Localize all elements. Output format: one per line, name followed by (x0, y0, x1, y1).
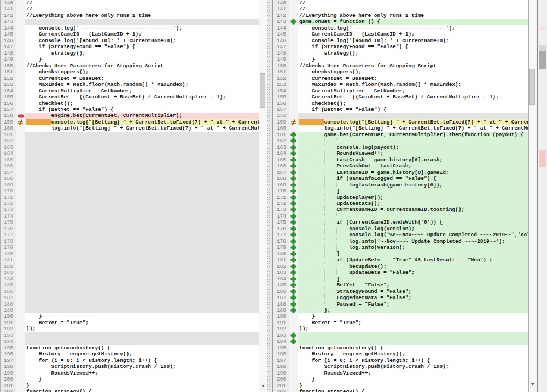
line-number[interactable]: 183 (274, 270, 289, 276)
line-text[interactable] (298, 113, 528, 119)
line-number[interactable]: 177 (274, 232, 289, 238)
line-number[interactable]: 162 (274, 138, 289, 144)
line-text[interactable]: game.bet(CurrentBet, CurrentMultiplier).… (298, 132, 528, 138)
line-text[interactable] (25, 226, 259, 232)
left-scrollbar-thumb[interactable] (260, 73, 265, 108)
line-number[interactable]: 173 (274, 207, 289, 213)
line-text[interactable]: MaxIndex = Math.floor(Math.random() * Ma… (298, 81, 528, 87)
line-text[interactable]: }); (25, 326, 259, 332)
line-number[interactable]: 163 (274, 144, 289, 150)
line-text[interactable]: updateplayer(); (298, 195, 528, 201)
line-text[interactable] (25, 295, 259, 301)
line-text[interactable]: //Everything above here only runs 1 time (298, 13, 528, 19)
line-number[interactable]: 140 (274, 0, 289, 6)
line-text[interactable]: CurrentBet = BaseBet; (25, 75, 259, 81)
left-editor-pane[interactable]: 140//141//142//Everything above here onl… (0, 0, 259, 392)
line-number[interactable]: 163 (1, 144, 16, 150)
line-number[interactable]: 195 (274, 345, 289, 351)
line-text[interactable] (25, 270, 259, 276)
line-text[interactable] (298, 138, 528, 144)
line-number[interactable]: 166 (1, 163, 16, 169)
line-text[interactable]: UpdateBets = "False"; (298, 270, 528, 276)
line-number[interactable]: 150 (274, 63, 289, 69)
line-number[interactable]: 194 (1, 338, 16, 344)
line-text[interactable]: console.log('[Round ID]: ' + CurrentGame… (298, 38, 528, 44)
line-number[interactable]: 175 (1, 219, 16, 225)
right-scrollbar-thumb[interactable] (529, 69, 535, 105)
line-number[interactable]: 158 (1, 113, 16, 119)
line-text[interactable]: StrategyFound = "False"; (298, 289, 528, 295)
line-number[interactable]: 196 (274, 351, 289, 357)
line-number[interactable]: 202 (274, 389, 289, 392)
line-number[interactable]: 172 (274, 201, 289, 207)
line-number[interactable]: 151 (274, 69, 289, 75)
line-number[interactable]: 168 (1, 175, 16, 182)
line-number[interactable]: 200 (1, 376, 16, 382)
line-number[interactable]: 143 (1, 19, 16, 25)
line-text[interactable] (25, 276, 259, 282)
line-number[interactable]: 189 (1, 307, 16, 313)
line-number[interactable]: 197 (1, 358, 16, 364)
line-text[interactable]: function getnanohistory() { (25, 345, 259, 351)
line-text[interactable] (25, 338, 259, 344)
line-number[interactable]: 182 (1, 264, 16, 270)
line-text[interactable] (298, 332, 528, 338)
line-number[interactable]: 184 (1, 276, 16, 282)
line-number[interactable]: 201 (274, 383, 289, 389)
line-text[interactable] (298, 338, 528, 344)
line-number[interactable]: 184 (274, 276, 289, 282)
line-number[interactable]: 142 (1, 13, 16, 19)
line-number[interactable]: 159 (1, 119, 16, 125)
line-text[interactable] (25, 238, 259, 244)
line-number[interactable]: 187 (1, 295, 16, 301)
line-text[interactable]: console.log(' --------------------------… (298, 25, 528, 31)
line-text[interactable] (25, 201, 259, 207)
line-text[interactable] (298, 213, 528, 219)
line-number[interactable]: 160 (274, 125, 289, 131)
line-text[interactable]: updatestats(); (298, 201, 528, 207)
line-number[interactable]: 154 (274, 88, 289, 94)
line-number[interactable]: 147 (1, 44, 16, 50)
line-text[interactable]: console.log('[Round ID]: ' + CurrentGame… (25, 38, 259, 44)
line-number[interactable]: 195 (1, 345, 16, 351)
line-number[interactable]: 193 (274, 332, 289, 338)
line-text[interactable]: for (i = 0; i < History.length; i++) { (25, 358, 259, 364)
line-text[interactable]: log.info('~~Nov~~~~ Update Completed ~~~… (298, 238, 528, 244)
line-number[interactable]: 153 (1, 81, 16, 87)
line-number[interactable]: 145 (1, 31, 16, 37)
line-number[interactable]: 198 (1, 364, 16, 370)
line-text[interactable]: History = engine.getHistory(); (25, 351, 259, 357)
line-number[interactable]: 143 (274, 19, 289, 25)
line-text[interactable]: //Checks User Parameters for Stopping Sc… (298, 63, 528, 69)
line-number[interactable]: 177 (1, 232, 16, 238)
line-text[interactable] (25, 157, 259, 163)
line-number[interactable]: 152 (1, 75, 16, 81)
right-editor-pane[interactable]: 140//141//142//Everything above here onl… (273, 0, 528, 392)
line-text[interactable]: // (298, 6, 528, 12)
line-number[interactable]: 194 (274, 338, 289, 344)
line-text[interactable] (25, 219, 259, 225)
line-text[interactable]: strategy(); (25, 50, 259, 56)
line-text[interactable]: betupdate(); (298, 264, 528, 270)
line-text[interactable]: RoundsViewed++; (298, 370, 528, 376)
line-text[interactable]: } (298, 251, 528, 257)
line-number[interactable]: 192 (274, 326, 289, 332)
line-text[interactable]: }); (298, 326, 528, 332)
line-number[interactable]: 169 (274, 182, 289, 188)
line-number[interactable]: 178 (1, 238, 16, 244)
line-text[interactable]: console.log(version); (298, 226, 528, 232)
line-number[interactable]: 191 (1, 320, 16, 326)
line-number[interactable]: 145 (274, 31, 289, 37)
line-text[interactable]: console.log('%c~~Nov~~~~ Update Complete… (298, 232, 528, 238)
line-text[interactable]: } (298, 313, 528, 319)
line-text[interactable]: } (25, 56, 259, 62)
line-text[interactable]: CurrentBet = ((CoinLost + BaseBet) / Cur… (25, 94, 259, 100)
line-number[interactable]: 156 (274, 101, 289, 107)
line-number[interactable]: 176 (1, 226, 16, 232)
line-text[interactable]: History = engine.getHistory(); (298, 351, 528, 357)
right-scrollbar-down-arrow-icon[interactable] (529, 381, 535, 388)
line-text[interactable] (25, 251, 259, 257)
line-text[interactable] (25, 138, 259, 144)
line-text[interactable]: } (298, 383, 528, 389)
line-text[interactable]: } (298, 376, 528, 382)
